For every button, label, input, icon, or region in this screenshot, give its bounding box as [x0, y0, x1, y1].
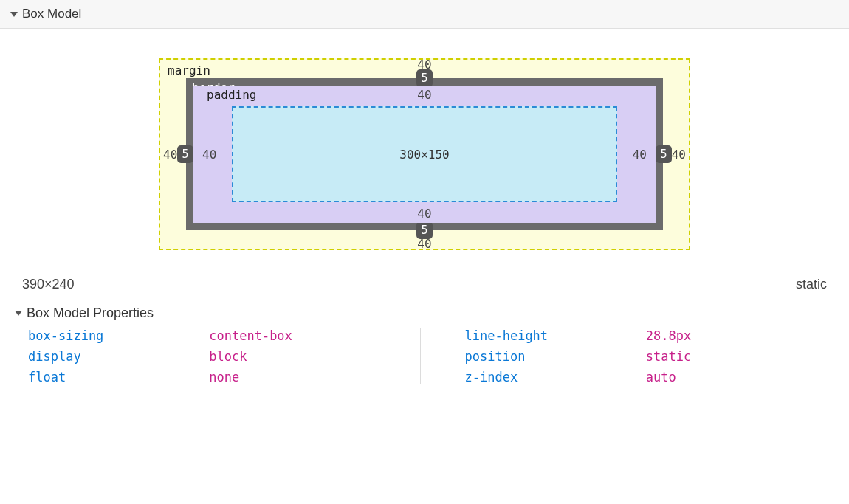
padding-label: padding [207, 88, 256, 102]
border-right-value[interactable]: 5 [656, 145, 672, 163]
box-model-diagram: margin 40 40 40 40 border 5 5 5 5 paddin… [0, 29, 849, 272]
position-mode: static [796, 277, 827, 292]
padding-bottom-value[interactable]: 40 [417, 207, 431, 221]
margin-label: margin [168, 63, 210, 77]
prop-value[interactable]: 28.8px [646, 328, 827, 343]
border-left-value[interactable]: 5 [177, 145, 193, 163]
prop-value[interactable]: none [209, 370, 390, 384]
prop-name[interactable]: display [28, 349, 209, 364]
prop-value[interactable]: block [209, 349, 390, 364]
padding-left-value[interactable]: 40 [202, 148, 216, 162]
border-top-value[interactable]: 5 [416, 69, 433, 87]
margin-left-value[interactable]: 40 [163, 148, 177, 162]
outer-dimensions: 390×240 [22, 277, 75, 292]
prop-name[interactable]: position [465, 349, 646, 364]
margin-right-value[interactable]: 40 [672, 148, 686, 162]
properties-title: Box Model Properties [27, 305, 154, 321]
properties-grid: box-sizing content-box display block flo… [0, 325, 849, 414]
prop-value[interactable]: static [646, 349, 827, 364]
border-bottom-value[interactable]: 5 [416, 221, 433, 239]
panel-title: Box Model [22, 7, 81, 21]
properties-col-2: line-height 28.8px position static z-ind… [421, 328, 828, 384]
collapse-arrow-icon [10, 12, 18, 17]
padding-right-value[interactable]: 40 [633, 148, 647, 162]
box-model-panel-header[interactable]: Box Model [0, 0, 849, 29]
margin-region[interactable]: margin 40 40 40 40 border 5 5 5 5 paddin… [159, 58, 690, 250]
properties-col-1: box-sizing content-box display block flo… [28, 328, 421, 384]
border-region[interactable]: border 5 5 5 5 padding 40 40 40 40 300×1… [186, 78, 663, 230]
padding-region[interactable]: padding 40 40 40 40 300×150 [193, 86, 656, 223]
prop-name[interactable]: float [28, 370, 209, 384]
prop-value[interactable]: content-box [209, 328, 390, 343]
padding-top-value[interactable]: 40 [417, 88, 431, 102]
content-dimensions: 300×150 [399, 148, 449, 162]
prop-name[interactable]: box-sizing [28, 328, 209, 343]
prop-name[interactable]: line-height [465, 328, 646, 343]
prop-name[interactable]: z-index [465, 370, 646, 384]
info-row: 390×240 static [0, 272, 849, 305]
content-region[interactable]: 300×150 [232, 106, 617, 202]
prop-value[interactable]: auto [646, 370, 827, 384]
box-model-properties-header[interactable]: Box Model Properties [0, 305, 849, 325]
collapse-arrow-icon [15, 311, 22, 316]
